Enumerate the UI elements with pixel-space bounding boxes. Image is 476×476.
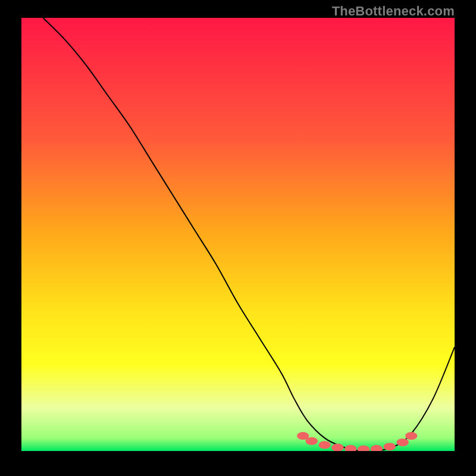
- curve-layer: [21, 18, 455, 451]
- watermark-text: TheBottleneck.com: [332, 4, 455, 19]
- marker-dot: [306, 437, 318, 445]
- chart-container: { "watermark": "TheBottleneck.com", "col…: [0, 0, 476, 476]
- marker-dot: [405, 432, 417, 440]
- marker-dot: [345, 445, 356, 451]
- marker-dot: [331, 444, 343, 451]
- bottleneck-curve: [43, 18, 455, 451]
- marker-dot: [371, 445, 383, 451]
- optimal-zone-markers: [297, 432, 417, 451]
- plot-area: [21, 18, 455, 451]
- marker-dot: [384, 443, 396, 450]
- marker-dot: [358, 446, 369, 451]
- marker-dot: [396, 439, 408, 446]
- marker-dot: [318, 441, 330, 449]
